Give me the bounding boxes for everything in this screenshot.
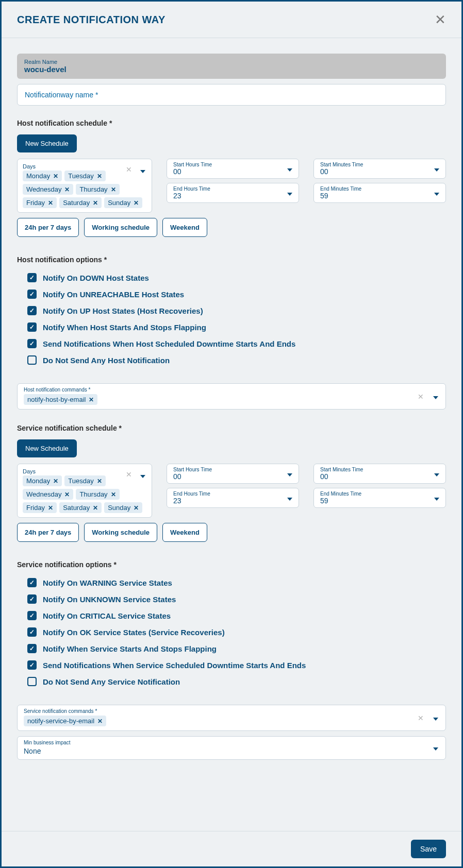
- option-row: Notify On OK Service States (Service Rec…: [27, 627, 446, 637]
- service-start-minutes-select[interactable]: Start Minutes Time 00: [313, 464, 446, 484]
- option-row: Notify On UP Host States (Host Recoverie…: [27, 306, 446, 315]
- service-commands-select[interactable]: Service notification commands * notify-s…: [17, 705, 446, 731]
- service-start-minutes-value: 00: [320, 472, 439, 481]
- host-schedule-label: Host notification schedule *: [17, 119, 446, 127]
- checkbox[interactable]: [27, 611, 37, 620]
- checkbox[interactable]: [27, 306, 37, 315]
- tag-label: Sunday: [108, 199, 130, 207]
- tag-item: Saturday✕: [59, 197, 102, 208]
- chevron-down-icon[interactable]: [434, 189, 439, 197]
- option-label: Do Not Send Any Host Notification: [43, 356, 170, 365]
- service-start-hours-select[interactable]: Start Hours Time 00: [167, 464, 299, 484]
- remove-icon[interactable]: ✕: [97, 173, 102, 180]
- service-end-minutes-label: End Minutes Time: [320, 491, 439, 497]
- chevron-down-icon[interactable]: [434, 470, 439, 478]
- host-start-minutes-select[interactable]: Start Minutes Time 00: [313, 159, 446, 179]
- save-button[interactable]: Save: [411, 840, 446, 858]
- chevron-down-icon[interactable]: [287, 189, 292, 197]
- chevron-down-icon[interactable]: [140, 166, 145, 175]
- chevron-down-icon[interactable]: [433, 744, 438, 752]
- service-days-select[interactable]: Days Monday✕Tuesday✕Wednesday✕Thursday✕F…: [17, 464, 152, 518]
- schedule-preset-button[interactable]: Weekend: [162, 218, 207, 237]
- remove-icon[interactable]: ✕: [93, 504, 98, 512]
- checkbox[interactable]: [27, 290, 37, 299]
- chevron-down-icon[interactable]: [434, 494, 439, 502]
- chevron-down-icon[interactable]: [287, 470, 292, 478]
- host-schedule-row: Days Monday✕Tuesday✕Wednesday✕Thursday✕F…: [17, 159, 446, 213]
- tag-item: Thursday✕: [76, 489, 119, 500]
- remove-icon[interactable]: ✕: [48, 504, 53, 512]
- schedule-preset-button[interactable]: Working schedule: [84, 523, 157, 542]
- chevron-down-icon[interactable]: [287, 165, 292, 173]
- clear-icon[interactable]: ✕: [126, 165, 132, 174]
- modal-title: CREATE NOTIFICATION WAY: [17, 14, 166, 26]
- remove-icon[interactable]: ✕: [134, 199, 139, 207]
- service-end-minutes-select[interactable]: End Minutes Time 59: [313, 488, 446, 508]
- service-options-label: Service notification options *: [17, 560, 446, 569]
- host-start-hours-select[interactable]: Start Hours Time 00: [167, 159, 299, 179]
- modal-footer: Save: [2, 831, 461, 866]
- schedule-preset-button[interactable]: Working schedule: [84, 218, 157, 237]
- chevron-down-icon[interactable]: [433, 714, 438, 722]
- modal-header: CREATE NOTIFICATION WAY ✕: [2, 2, 461, 38]
- checkbox[interactable]: [27, 660, 37, 670]
- remove-icon[interactable]: ✕: [111, 491, 116, 498]
- checkbox[interactable]: [27, 339, 37, 348]
- service-end-hours-select[interactable]: End Hours Time 23: [167, 488, 299, 508]
- remove-icon[interactable]: ✕: [97, 478, 102, 485]
- clear-icon[interactable]: ✕: [126, 470, 132, 479]
- host-days-select[interactable]: Days Monday✕Tuesday✕Wednesday✕Thursday✕F…: [17, 159, 152, 213]
- remove-icon[interactable]: ✕: [64, 186, 70, 193]
- schedule-preset-button[interactable]: 24h per 7 days: [17, 218, 79, 237]
- schedule-preset-button[interactable]: Weekend: [162, 523, 207, 542]
- service-end-hours-label: End Hours Time: [173, 491, 292, 497]
- chevron-down-icon[interactable]: [433, 393, 438, 401]
- service-start-hours-value: 00: [173, 472, 292, 481]
- host-preset-row: 24h per 7 daysWorking scheduleWeekend: [17, 218, 446, 237]
- close-icon[interactable]: ✕: [435, 13, 446, 26]
- notificationway-name-input[interactable]: [17, 84, 446, 106]
- tag-label: Tuesday: [68, 172, 93, 180]
- service-preset-row: 24h per 7 daysWorking scheduleWeekend: [17, 523, 446, 542]
- min-business-impact-select[interactable]: Min business impact None: [17, 736, 446, 760]
- clear-icon[interactable]: ✕: [418, 393, 424, 401]
- checkbox[interactable]: [27, 355, 37, 365]
- chevron-down-icon[interactable]: [140, 471, 145, 480]
- service-end-minutes-value: 59: [320, 497, 439, 505]
- remove-icon[interactable]: ✕: [93, 199, 98, 207]
- chevron-down-icon[interactable]: [434, 165, 439, 173]
- remove-icon[interactable]: ✕: [53, 173, 58, 180]
- service-new-schedule-button[interactable]: New Schedule: [17, 439, 77, 457]
- chevron-down-icon[interactable]: [287, 494, 292, 502]
- host-new-schedule-button[interactable]: New Schedule: [17, 134, 77, 152]
- option-label: Notify On CRITICAL Service States: [43, 611, 171, 620]
- checkbox[interactable]: [27, 322, 37, 332]
- checkbox[interactable]: [27, 677, 37, 686]
- tag-label: Tuesday: [68, 477, 93, 485]
- remove-icon[interactable]: ✕: [48, 199, 53, 207]
- host-end-minutes-select[interactable]: End Minutes Time 59: [313, 183, 446, 203]
- host-end-hours-select[interactable]: End Hours Time 23: [167, 183, 299, 203]
- service-options-list: Notify On WARNING Service StatesNotify O…: [17, 578, 446, 686]
- checkbox[interactable]: [27, 644, 37, 653]
- service-schedule-row: Days Monday✕Tuesday✕Wednesday✕Thursday✕F…: [17, 464, 446, 518]
- remove-icon[interactable]: ✕: [89, 396, 94, 403]
- modal-body: Realm Name wocu-devel Host notification …: [2, 38, 461, 831]
- host-start-hours-value: 00: [173, 167, 292, 176]
- remove-icon[interactable]: ✕: [111, 186, 116, 193]
- tag-item: Wednesday✕: [23, 184, 73, 195]
- clear-icon[interactable]: ✕: [418, 714, 424, 722]
- option-row: Do Not Send Any Service Notification: [27, 677, 446, 686]
- checkbox[interactable]: [27, 627, 37, 637]
- schedule-preset-button[interactable]: 24h per 7 days: [17, 523, 79, 542]
- host-commands-select[interactable]: Host notification commands * notify-host…: [17, 383, 446, 410]
- checkbox[interactable]: [27, 578, 37, 587]
- remove-icon[interactable]: ✕: [64, 491, 70, 498]
- remove-icon[interactable]: ✕: [53, 478, 58, 485]
- checkbox[interactable]: [27, 594, 37, 604]
- remove-icon[interactable]: ✕: [97, 718, 103, 725]
- remove-icon[interactable]: ✕: [134, 504, 139, 512]
- host-commands-label: Host notification commands *: [24, 387, 439, 393]
- host-options-list: Notify On DOWN Host StatesNotify On UNRE…: [17, 273, 446, 365]
- checkbox[interactable]: [27, 273, 37, 282]
